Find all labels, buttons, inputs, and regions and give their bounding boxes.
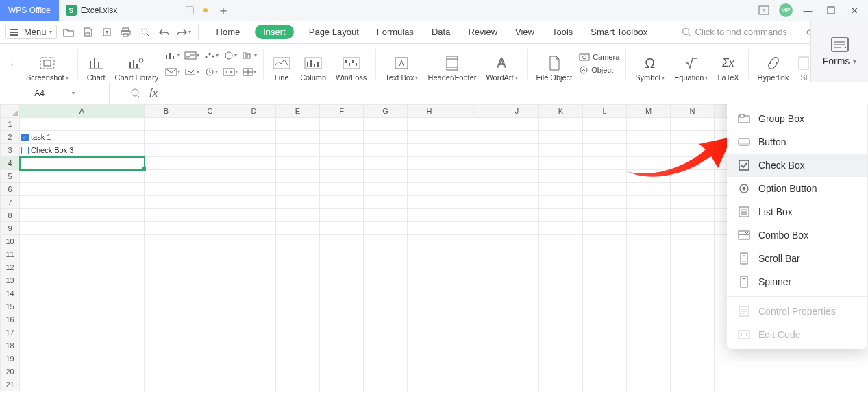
cell[interactable] xyxy=(408,209,451,222)
cell[interactable] xyxy=(495,222,539,235)
cell[interactable] xyxy=(495,261,539,274)
cell[interactable] xyxy=(145,287,188,300)
cell[interactable] xyxy=(495,131,539,144)
cell[interactable] xyxy=(539,196,583,209)
cell[interactable] xyxy=(451,313,495,326)
cell[interactable] xyxy=(364,352,408,365)
cell[interactable] xyxy=(583,313,627,326)
cell[interactable] xyxy=(539,131,583,144)
row-header-5[interactable]: 5 xyxy=(1,170,20,183)
cell[interactable] xyxy=(320,248,364,261)
row-header-1[interactable]: 1 xyxy=(1,118,20,131)
row-header-9[interactable]: 9 xyxy=(1,222,20,235)
cell[interactable] xyxy=(671,326,715,339)
cell[interactable] xyxy=(671,365,715,378)
col-header-L[interactable]: L xyxy=(583,105,627,118)
cell[interactable] xyxy=(188,209,232,222)
print-icon[interactable] xyxy=(119,25,134,40)
cell[interactable] xyxy=(276,313,320,326)
cell[interactable] xyxy=(20,170,145,183)
cell[interactable]: Check Box 3 xyxy=(20,144,145,157)
cell[interactable] xyxy=(408,118,451,131)
cell[interactable] xyxy=(627,274,671,287)
wps-badge[interactable]: WPS Office xyxy=(0,0,59,21)
cell[interactable] xyxy=(145,222,188,235)
cell[interactable] xyxy=(408,170,451,183)
equation-button[interactable]: Equation▾ xyxy=(671,46,710,82)
cell[interactable] xyxy=(320,313,364,326)
cell[interactable] xyxy=(145,196,188,209)
tab-home[interactable]: Home xyxy=(214,25,243,39)
cell[interactable] xyxy=(20,248,145,261)
cell[interactable] xyxy=(408,248,451,261)
cell[interactable] xyxy=(671,378,715,391)
name-box[interactable]: A4 ▾ xyxy=(0,82,110,104)
cell[interactable] xyxy=(627,261,671,274)
cell[interactable] xyxy=(320,261,364,274)
cell[interactable] xyxy=(20,313,145,326)
chart-library-button[interactable]: Chart Library xyxy=(112,46,162,82)
cell[interactable] xyxy=(495,209,539,222)
col-header-F[interactable]: F xyxy=(320,105,364,118)
cell[interactable] xyxy=(671,118,715,131)
cell[interactable] xyxy=(364,157,408,170)
cell[interactable] xyxy=(408,378,451,391)
cell[interactable] xyxy=(320,157,364,170)
print-preview-icon[interactable] xyxy=(138,25,153,40)
col-header-E[interactable]: E xyxy=(276,105,320,118)
cell[interactable] xyxy=(627,378,671,391)
cell[interactable] xyxy=(671,196,715,209)
cell[interactable] xyxy=(320,196,364,209)
col-header-C[interactable]: C xyxy=(188,105,232,118)
close-button[interactable]: ✕ xyxy=(846,2,863,19)
cell[interactable] xyxy=(671,300,715,313)
slicer-button-truncated[interactable]: Sl xyxy=(795,46,812,82)
cell[interactable] xyxy=(145,235,188,248)
cell[interactable] xyxy=(451,183,495,196)
pie-chart-icon[interactable]: ▾ xyxy=(223,48,238,63)
col-header-K[interactable]: K xyxy=(539,105,583,118)
tab-smart-toolbox[interactable]: Smart Toolbox xyxy=(588,25,650,39)
cell[interactable] xyxy=(627,365,671,378)
cell[interactable] xyxy=(671,339,715,352)
cell[interactable] xyxy=(627,235,671,248)
object-button[interactable]: Object xyxy=(579,65,619,75)
new-tab-button[interactable]: ＋ xyxy=(217,2,230,19)
cell[interactable] xyxy=(627,183,671,196)
checkbox-control[interactable] xyxy=(21,147,29,154)
cell[interactable] xyxy=(320,339,364,352)
cell[interactable] xyxy=(364,287,408,300)
cell[interactable] xyxy=(495,248,539,261)
cell[interactable] xyxy=(671,313,715,326)
cell[interactable] xyxy=(276,339,320,352)
cell[interactable] xyxy=(671,235,715,248)
header-footer-button[interactable]: Header/Footer xyxy=(425,46,479,82)
cell[interactable] xyxy=(451,339,495,352)
cell[interactable] xyxy=(408,365,451,378)
cell[interactable] xyxy=(145,209,188,222)
cell[interactable] xyxy=(539,248,583,261)
cell[interactable] xyxy=(495,183,539,196)
cell[interactable] xyxy=(188,144,232,157)
tab-insert[interactable]: Insert xyxy=(255,25,294,39)
cell[interactable] xyxy=(408,131,451,144)
cell[interactable] xyxy=(671,222,715,235)
cell[interactable] xyxy=(408,222,451,235)
cell[interactable] xyxy=(188,378,232,391)
tab-data[interactable]: Data xyxy=(429,25,453,39)
row-header-20[interactable]: 20 xyxy=(1,365,20,378)
tab-page-layout[interactable]: Page Layout xyxy=(306,25,362,39)
cell[interactable] xyxy=(627,196,671,209)
cell[interactable] xyxy=(276,365,320,378)
cell[interactable] xyxy=(495,144,539,157)
cell[interactable] xyxy=(364,170,408,183)
row-header-11[interactable]: 11 xyxy=(1,248,20,261)
cell[interactable] xyxy=(320,118,364,131)
cell[interactable] xyxy=(539,261,583,274)
cell[interactable] xyxy=(539,287,583,300)
cell[interactable] xyxy=(583,196,627,209)
cell[interactable] xyxy=(408,300,451,313)
cell[interactable] xyxy=(188,222,232,235)
cell[interactable] xyxy=(451,274,495,287)
hyperlink-button[interactable]: Hyperlink xyxy=(755,46,792,82)
